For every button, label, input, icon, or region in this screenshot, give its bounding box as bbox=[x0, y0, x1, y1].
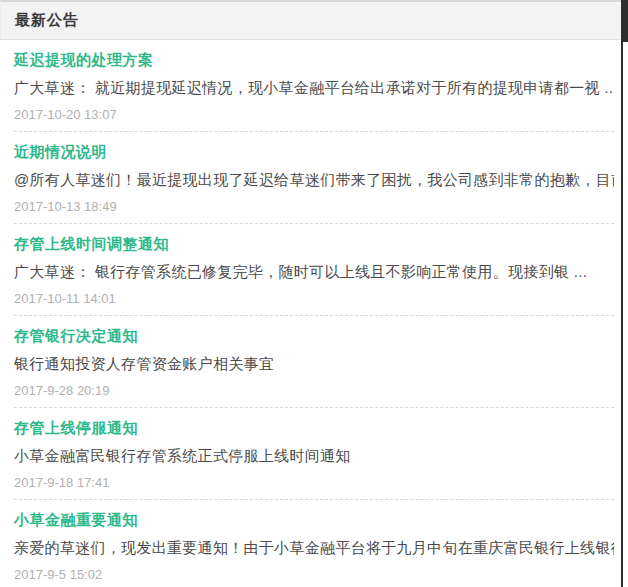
announcement-item: 延迟提现的处理方案 广大草迷： 就近期提现延迟情况，现小草金融平台给出承诺对于所… bbox=[14, 40, 614, 132]
announcement-title-link[interactable]: 延迟提现的处理方案 bbox=[14, 51, 154, 68]
announcements-panel: 最新公告 延迟提现的处理方案 广大草迷： 就近期提现延迟情况，现小草金融平台给出… bbox=[0, 0, 628, 587]
announcement-excerpt: 广大草迷： 就近期提现延迟情况，现小草金融平台给出承诺对于所有的提现申请都一视 … bbox=[14, 79, 614, 96]
announcement-item: 存管上线时间调整通知 广大草迷： 银行存管系统已修复完毕，随时可以上线且不影响正… bbox=[14, 224, 614, 316]
announcement-title-link[interactable]: 存管银行决定通知 bbox=[14, 327, 138, 344]
panel-header: 最新公告 bbox=[0, 0, 628, 40]
announcement-excerpt: 广大草迷： 银行存管系统已修复完毕，随时可以上线且不影响正常使用。现接到银 ..… bbox=[14, 263, 614, 280]
announcement-datetime: 2017-10-20 13:07 bbox=[14, 107, 614, 122]
announcement-excerpt: 小草金融富民银行存管系统正式停服上线时间通知 bbox=[14, 447, 614, 464]
announcement-datetime: 2017-9-28 20:19 bbox=[14, 383, 614, 398]
announcement-datetime: 2017-10-13 18:49 bbox=[14, 199, 614, 214]
announcement-excerpt: 亲爱的草迷们，现发出重要通知！由于小草金融平台将于九月中旬在重庆富民银行上线银行… bbox=[14, 539, 614, 556]
announcement-excerpt: @所有人草迷们！最近提现出现了延迟给草迷们带来了困扰，我公司感到非常的抱歉，目前… bbox=[14, 171, 614, 188]
panel-title: 最新公告 bbox=[15, 11, 79, 30]
announcement-title-link[interactable]: 存管上线时间调整通知 bbox=[14, 235, 169, 252]
screenshot-edge-corner bbox=[621, 0, 628, 42]
announcement-list: 延迟提现的处理方案 广大草迷： 就近期提现延迟情况，现小草金融平台给出承诺对于所… bbox=[0, 40, 628, 587]
announcement-title-link[interactable]: 近期情况说明 bbox=[14, 143, 107, 160]
announcement-item: 近期情况说明 @所有人草迷们！最近提现出现了延迟给草迷们带来了困扰，我公司感到非… bbox=[14, 132, 614, 224]
announcement-datetime: 2017-9-18 17:41 bbox=[14, 475, 614, 490]
announcement-datetime: 2017-9-5 15:02 bbox=[14, 567, 614, 582]
screenshot-edge-line bbox=[621, 0, 623, 587]
announcement-title-link[interactable]: 存管上线停服通知 bbox=[14, 419, 138, 436]
announcement-datetime: 2017-10-11 14:01 bbox=[14, 291, 614, 306]
announcement-title-link[interactable]: 小草金融重要通知 bbox=[14, 511, 138, 528]
announcement-item: 存管银行决定通知 银行通知投资人存管资金账户相关事宜 2017-9-28 20:… bbox=[14, 316, 614, 408]
announcement-item: 存管上线停服通知 小草金融富民银行存管系统正式停服上线时间通知 2017-9-1… bbox=[14, 408, 614, 500]
announcement-excerpt: 银行通知投资人存管资金账户相关事宜 bbox=[14, 355, 614, 372]
announcement-item: 小草金融重要通知 亲爱的草迷们，现发出重要通知！由于小草金融平台将于九月中旬在重… bbox=[14, 500, 614, 587]
